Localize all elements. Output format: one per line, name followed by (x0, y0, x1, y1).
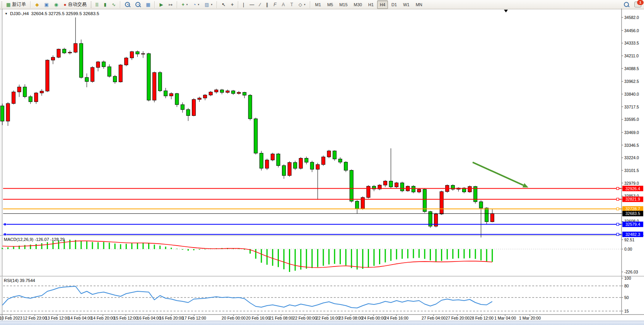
shapes-button[interactable]: ◇▾ (296, 0, 308, 9)
separator (120, 1, 121, 8)
dropdown-caret-icon: ▾ (186, 3, 188, 6)
svg-text:33224.0: 33224.0 (624, 155, 639, 160)
periods-button[interactable]: ◔▾ (191, 0, 202, 9)
toolbar-grip[interactable] (1, 2, 2, 8)
vertical-line-button[interactable]: | (241, 0, 246, 9)
line-chart-button[interactable]: ∿ (109, 0, 118, 9)
trend-arrow-object[interactable] (473, 162, 528, 187)
chart-title-row: ▼ DJ30-,H4 32604.5 32725.5 32599.5 32683… (5, 11, 99, 16)
bar-chart-button[interactable]: ||| (93, 0, 101, 9)
chart-title: DJ30-,H4 (10, 11, 29, 16)
svg-text:33101.5: 33101.5 (624, 168, 639, 173)
zoom-in-button[interactable]: + (123, 0, 132, 9)
timeframe-m15-button[interactable]: M15 (337, 0, 350, 9)
svg-text:28 Feb 12:00: 28 Feb 12:00 (470, 316, 494, 320)
svg-text:32979.0: 32979.0 (624, 181, 639, 186)
price-axis[interactable]: 34582.034456.034333.534211.034088.533962… (622, 15, 643, 313)
toolbar-grip[interactable] (91, 2, 92, 8)
dropdown-caret-icon: ▾ (198, 3, 200, 6)
separator (217, 1, 217, 8)
timeframe-mn-button[interactable]: MN (413, 0, 425, 9)
chart-canvas[interactable]: 34582.034456.034333.534211.034088.533962… (0, 9, 644, 325)
svg-text:100: 100 (624, 276, 631, 280)
text-label-button[interactable]: T (288, 0, 296, 9)
notifications-button[interactable]: 1 (632, 0, 644, 9)
status-bar (0, 321, 644, 325)
market-watch-button[interactable]: ▣ (42, 0, 51, 9)
indicators-diamond-icon: ◆ (35, 2, 39, 7)
new-order-icon: ▦ (6, 2, 10, 7)
svg-text:13 Feb 12:00: 13 Feb 12:00 (45, 316, 69, 320)
svg-text:27 Feb 20:00: 27 Feb 20:00 (446, 316, 470, 320)
shapes-icon: ◇ (299, 2, 302, 7)
cursor-button[interactable]: ↖ (219, 0, 228, 9)
svg-text:32482.3: 32482.3 (625, 232, 640, 237)
timeframe-h4-button[interactable]: H4 (377, 0, 388, 9)
timeframe-w1-button[interactable]: W1 (400, 0, 412, 9)
notification-badge: 1 (637, 0, 644, 5)
channel-icon: ∥ (266, 2, 268, 7)
text-button[interactable]: A (279, 0, 287, 9)
trendline-button[interactable]: ∕ (257, 0, 263, 9)
chart-ohlc-values: 32604.5 32725.5 32599.5 32683.5 (31, 11, 99, 16)
timeframe-h1-button[interactable]: H1 (366, 0, 376, 9)
svg-text:33469.0: 33469.0 (624, 130, 639, 135)
new-order-button[interactable]: ▦ 新订单 (4, 0, 28, 9)
line-chart-icon: ∿ (112, 2, 116, 7)
zoom-out-button[interactable]: − (133, 0, 143, 9)
svg-text:34333.5: 34333.5 (624, 41, 639, 45)
channel-button[interactable]: ∥ (263, 0, 270, 9)
svg-text:24 Feb 16:00: 24 Feb 16:00 (384, 316, 408, 320)
timeframe-m5-button[interactable]: M5 (325, 0, 336, 9)
svg-text:1 Mar 04:00: 1 Mar 04:00 (494, 316, 516, 320)
search-button[interactable] (622, 0, 631, 9)
text-label-icon: T (290, 2, 293, 7)
rsi-layer[interactable] (2, 286, 492, 308)
auto-scroll-button[interactable]: ▶ (157, 0, 165, 9)
chart-shift-button[interactable]: ↦ (166, 0, 175, 9)
svg-text:17 Feb 12:00: 17 Feb 12:00 (182, 316, 206, 320)
fibonacci-button[interactable]: F (271, 0, 278, 9)
macd-indicator-label: MACD(12,26,9) -126.07 -128.29 (4, 237, 65, 242)
svg-text:33962.5: 33962.5 (624, 79, 639, 84)
add-indicator-button[interactable]: +▾ (179, 0, 190, 9)
zoom-in-icon: + (125, 2, 130, 7)
svg-text:34456.0: 34456.0 (624, 28, 639, 33)
main-toolbar: ▦ 新订单 ◆ ▣ ◉ ● 自动交易 ||| ▮ ∿ + − ▦ ▶ ↦ +▾ … (0, 0, 644, 9)
indicators-button[interactable]: ◆ (33, 0, 41, 9)
chart-title-caret-icon[interactable]: ▼ (5, 12, 8, 15)
auto-scroll-icon: ▶ (159, 2, 163, 7)
svg-text:0.00: 0.00 (624, 247, 632, 251)
svg-text:12 Feb 23:00: 12 Feb 23:00 (23, 316, 47, 320)
cursor-icon: ↖ (222, 2, 225, 7)
candles-layer[interactable] (1, 17, 494, 237)
crosshair-button[interactable]: + (229, 0, 236, 9)
timeframe-m1-button[interactable]: M1 (313, 0, 324, 9)
svg-text:16 Feb 04:00: 16 Feb 04:00 (137, 316, 161, 320)
signals-button[interactable]: ◉ (52, 0, 60, 9)
horizontal-line-button[interactable]: — (247, 0, 256, 9)
candle-chart-icon: ▮ (104, 2, 106, 7)
svg-text:34211.0: 34211.0 (624, 53, 639, 58)
templates-button[interactable]: ▨▾ (202, 0, 215, 9)
timeframe-d1-button[interactable]: D1 (389, 0, 400, 9)
signals-icon: ◉ (54, 2, 58, 7)
svg-text:32728.7: 32728.7 (625, 206, 640, 211)
svg-text:1 Mar 20:00: 1 Mar 20:00 (519, 316, 541, 320)
svg-text:32579.4: 32579.4 (625, 222, 640, 227)
macd-layer[interactable] (2, 240, 493, 272)
fibonacci-icon: F (273, 2, 276, 7)
horizontal-line-objects[interactable] (3, 187, 622, 236)
auto-trading-label: 自动交易 (68, 1, 87, 8)
separator (154, 1, 155, 8)
dropdown-caret-icon: ▾ (304, 3, 306, 6)
svg-text:21 Feb 08:00: 21 Feb 08:00 (269, 316, 293, 320)
svg-text:20 Feb 00:00: 20 Feb 00:00 (222, 316, 246, 320)
candle-chart-button[interactable]: ▮ (101, 0, 109, 9)
separator (177, 1, 178, 8)
tile-windows-button[interactable]: ▦ (143, 0, 152, 9)
svg-text:15 Feb 12:00: 15 Feb 12:00 (114, 316, 138, 320)
auto-trading-button[interactable]: ● 自动交易 (61, 0, 89, 9)
time-axis[interactable]: 10 Feb 202312 Feb 23:0013 Feb 12:0014 Fe… (0, 315, 541, 320)
timeframe-m30-button[interactable]: M30 (351, 0, 365, 9)
